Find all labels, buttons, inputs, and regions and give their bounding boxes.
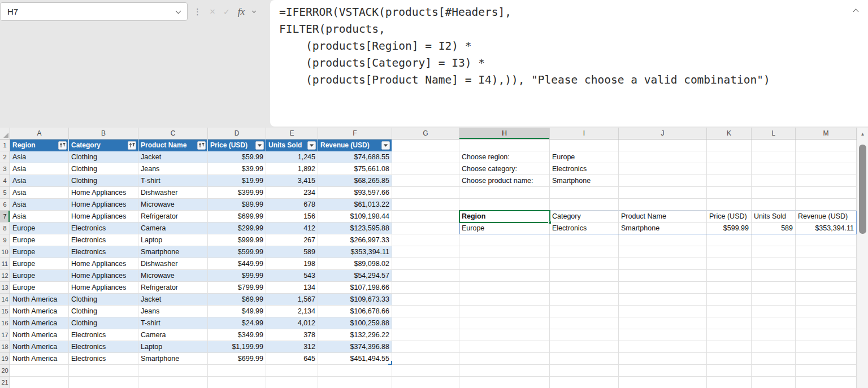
cell-C9[interactable]: Laptop xyxy=(138,234,208,246)
cell-C10[interactable]: Smartphone xyxy=(138,246,208,258)
cell-D9[interactable]: $999.99 xyxy=(208,234,266,246)
cell-B21[interactable] xyxy=(69,377,138,388)
cell-M17[interactable] xyxy=(796,329,857,341)
cell-G10[interactable] xyxy=(392,246,459,258)
cell-K21[interactable] xyxy=(707,377,752,388)
cell-E14[interactable]: 1,567 xyxy=(266,294,318,306)
row-header-15[interactable]: 15 xyxy=(0,306,10,317)
cell-J19[interactable] xyxy=(619,353,707,365)
cell-K1[interactable] xyxy=(707,139,752,151)
row-header-12[interactable]: 12 xyxy=(0,270,10,282)
cell-B2[interactable]: Clothing xyxy=(69,151,138,163)
cell-D15[interactable]: $49.99 xyxy=(208,306,266,317)
cell-L4[interactable] xyxy=(752,175,796,187)
cell-B13[interactable]: Home Appliances xyxy=(69,282,138,294)
row-header-8[interactable]: 8 xyxy=(0,223,10,234)
function-dropdown-icon[interactable] xyxy=(252,8,256,12)
cell-A10[interactable]: Europe xyxy=(10,246,69,258)
cell-D8[interactable]: $299.99 xyxy=(208,223,266,234)
cell-I7[interactable]: Category xyxy=(550,211,619,223)
cell-B20[interactable] xyxy=(69,365,138,377)
cell-G3[interactable] xyxy=(392,163,459,175)
cell-F15[interactable]: $106,678.66 xyxy=(318,306,392,317)
cell-A15[interactable]: North America xyxy=(10,306,69,317)
cell-C1[interactable]: Product Name xyxy=(138,139,208,151)
cell-D20[interactable] xyxy=(208,365,266,377)
cell-F3[interactable]: $75,661.08 xyxy=(318,163,392,175)
row-header-14[interactable]: 14 xyxy=(0,294,10,306)
name-box-dropdown-icon[interactable] xyxy=(176,8,181,14)
cell-G8[interactable] xyxy=(392,223,459,234)
cell-M15[interactable] xyxy=(796,306,857,317)
cell-A3[interactable]: Asia xyxy=(10,163,69,175)
cancel-icon[interactable]: × xyxy=(210,7,215,16)
cell-B7[interactable]: Home Appliances xyxy=(69,211,138,223)
cell-M18[interactable] xyxy=(796,341,857,353)
cell-E8[interactable]: 412 xyxy=(266,223,318,234)
cell-M16[interactable] xyxy=(796,317,857,329)
cell-G18[interactable] xyxy=(392,341,459,353)
cell-M21[interactable] xyxy=(796,377,857,388)
column-header-C[interactable]: C xyxy=(138,128,208,139)
cell-J17[interactable] xyxy=(619,329,707,341)
cell-B19[interactable]: Electronics xyxy=(69,353,138,365)
cell-M19[interactable] xyxy=(796,353,857,365)
cell-F20[interactable] xyxy=(318,365,392,377)
cell-J1[interactable] xyxy=(619,139,707,151)
insert-function-icon[interactable]: fx xyxy=(238,6,245,18)
cell-M4[interactable] xyxy=(796,175,857,187)
column-header-F[interactable]: F xyxy=(318,128,392,139)
cell-A9[interactable]: Europe xyxy=(10,234,69,246)
row-header-9[interactable]: 9 xyxy=(0,234,10,246)
cell-F8[interactable]: $123,595.88 xyxy=(318,223,392,234)
cell-J9[interactable] xyxy=(619,234,707,246)
cell-J2[interactable] xyxy=(619,151,707,163)
cell-I1[interactable] xyxy=(550,139,619,151)
cell-B15[interactable]: Clothing xyxy=(69,306,138,317)
cell-L7[interactable]: Units Sold xyxy=(752,211,796,223)
cell-I15[interactable] xyxy=(550,306,619,317)
cell-C3[interactable]: Jeans xyxy=(138,163,208,175)
cell-K4[interactable] xyxy=(707,175,752,187)
cell-K12[interactable] xyxy=(707,270,752,282)
cell-C8[interactable]: Camera xyxy=(138,223,208,234)
cell-C19[interactable]: Smartphone xyxy=(138,353,208,365)
cell-K15[interactable] xyxy=(707,306,752,317)
cell-I12[interactable] xyxy=(550,270,619,282)
cell-L21[interactable] xyxy=(752,377,796,388)
cell-F21[interactable] xyxy=(318,377,392,388)
cell-E4[interactable]: 3,415 xyxy=(266,175,318,187)
cell-F18[interactable]: $374,396.88 xyxy=(318,341,392,353)
cell-G19[interactable] xyxy=(392,353,459,365)
cell-K6[interactable] xyxy=(707,199,752,211)
cell-I8[interactable]: Electronics xyxy=(550,223,619,234)
cell-G20[interactable] xyxy=(392,365,459,377)
cell-E17[interactable]: 378 xyxy=(266,329,318,341)
cell-G4[interactable] xyxy=(392,175,459,187)
cell-E6[interactable]: 678 xyxy=(266,199,318,211)
cell-E7[interactable]: 156 xyxy=(266,211,318,223)
cell-B5[interactable]: Home Appliances xyxy=(69,187,138,199)
cell-G21[interactable] xyxy=(392,377,459,388)
cell-E1[interactable]: Units Sold xyxy=(266,139,318,151)
cell-A11[interactable]: Europe xyxy=(10,258,69,270)
row-header-1[interactable]: 1 xyxy=(0,139,10,151)
cell-L20[interactable] xyxy=(752,365,796,377)
table-resize-handle[interactable] xyxy=(388,361,392,365)
cell-F19[interactable]: $451,494.55 xyxy=(318,353,392,365)
cell-C12[interactable]: Microwave xyxy=(138,270,208,282)
cell-J20[interactable] xyxy=(619,365,707,377)
cell-C17[interactable]: Camera xyxy=(138,329,208,341)
cell-H21[interactable] xyxy=(459,377,550,388)
cell-J5[interactable] xyxy=(619,187,707,199)
select-all-button[interactable] xyxy=(0,128,10,139)
row-header-19[interactable]: 19 xyxy=(0,353,10,365)
cell-D6[interactable]: $89.99 xyxy=(208,199,266,211)
cell-M14[interactable] xyxy=(796,294,857,306)
cell-H7[interactable]: Region xyxy=(459,211,550,223)
enter-icon[interactable]: ✓ xyxy=(223,8,230,16)
cell-K18[interactable] xyxy=(707,341,752,353)
cell-D19[interactable]: $699.99 xyxy=(208,353,266,365)
cell-D1[interactable]: Price (USD) xyxy=(208,139,266,151)
cell-L18[interactable] xyxy=(752,341,796,353)
